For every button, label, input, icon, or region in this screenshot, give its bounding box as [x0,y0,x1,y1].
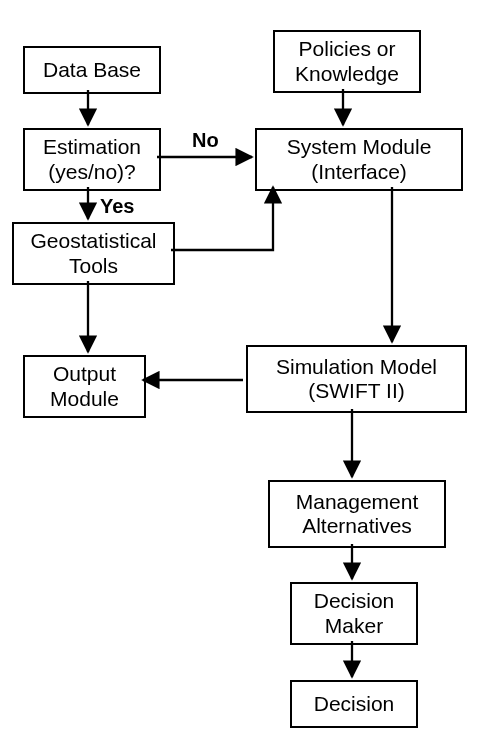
flow-arrows [0,0,500,749]
